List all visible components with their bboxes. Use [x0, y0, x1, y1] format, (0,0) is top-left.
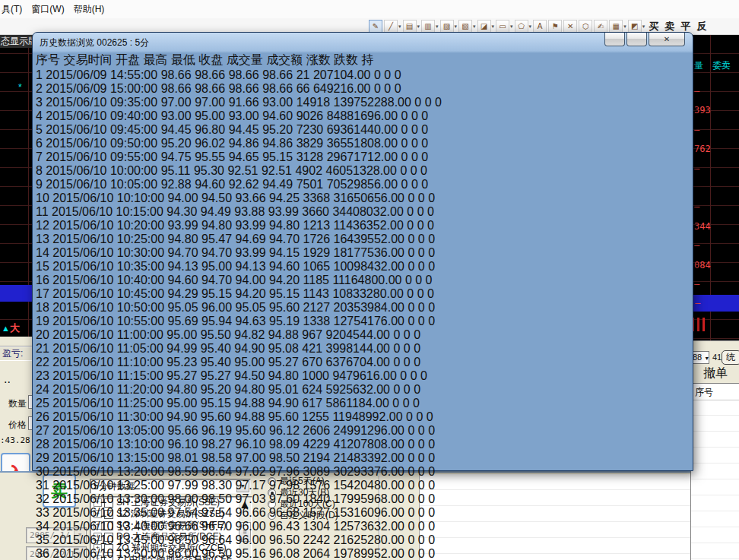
table-row[interactable]: 33 2015/06/10 13:35:00 97.54 97.54 96.66… — [36, 506, 690, 520]
table-row[interactable]: 31 2015/06/10 13:25:00 97.99 98.30 97.17… — [36, 479, 690, 492]
order-book-row[interactable]: 344 — [690, 217, 739, 236]
order-book-row[interactable]: 084 — [690, 256, 739, 275]
table-row[interactable]: 32 2015/06/10 13:30:00 98.00 98.50 97.03… — [36, 492, 690, 506]
dropdown-arrow-icon[interactable]: ▾ — [455, 24, 458, 30]
table-row[interactable]: 1 2015/06/09 14:55:00 98.66 98.66 98.66 … — [36, 68, 690, 82]
column-header[interactable]: 成交额 — [266, 53, 303, 66]
table-row[interactable]: 21 2015/06/10 11:05:00 94.99 95.40 94.90… — [36, 342, 690, 356]
column-header[interactable]: 交易时间 — [63, 53, 112, 66]
maximize-button[interactable] — [626, 33, 647, 46]
order-list-header[interactable]: 序号 — [691, 384, 739, 400]
table-row[interactable]: 29 2015/06/10 13:15:00 98.01 98.58 97.00… — [36, 451, 690, 465]
order-book-row[interactable]: — — [690, 82, 739, 101]
menu-item-help[interactable]: 帮助(H) — [72, 0, 113, 19]
buy-toolbar-button[interactable]: 买 — [649, 20, 658, 33]
close-window-button[interactable]: ✕ — [649, 33, 685, 46]
table-row[interactable]: 25 2015/06/10 11:25:00 95.00 95.15 94.88… — [36, 397, 690, 410]
table-row[interactable]: 24 2015/06/10 11:20:00 94.80 95.20 94.80… — [36, 383, 690, 397]
note-tool-icon[interactable]: ✍ — [594, 20, 607, 33]
dropdown-arrow-icon[interactable]: ▾ — [529, 24, 532, 30]
table-row[interactable]: 27 2015/06/10 13:05:00 95.66 96.19 95.60… — [36, 424, 690, 438]
table-row[interactable]: 16 2015/06/10 10:40:00 94.60 94.70 94.00… — [36, 274, 690, 287]
dropdown-arrow-icon[interactable]: ▾ — [642, 24, 645, 30]
shape-tool-icon[interactable]: ⬡ — [579, 20, 592, 33]
column-header[interactable]: 持 — [362, 53, 374, 66]
cancel-order-button[interactable]: 撤单 — [703, 365, 739, 381]
table-row[interactable]: 19 2015/06/10 10:55:00 95.69 95.94 94.63… — [36, 315, 690, 328]
menu-item-window[interactable]: 窗口(W) — [30, 0, 71, 19]
grid-tool-icon[interactable]: ✕ — [563, 20, 577, 33]
order-book-row[interactable]: — — [690, 275, 739, 294]
polygon-tool-icon[interactable]: ⬠ — [515, 20, 528, 33]
table-row[interactable]: 15 2015/06/10 10:35:00 94.13 95.00 94.13… — [36, 260, 690, 274]
table-row[interactable]: 5 2015/06/10 09:45:00 94.45 96.80 94.45 … — [36, 123, 690, 137]
table-row[interactable]: 14 2015/06/10 10:30:00 94.70 94.70 93.99… — [36, 246, 690, 260]
column-header[interactable]: 最低 — [171, 53, 195, 66]
rect-tool-icon[interactable]: ▭ — [496, 20, 509, 33]
shade-tool-icon[interactable]: ◪ — [477, 20, 491, 33]
table-row[interactable]: 22 2015/06/10 11:10:00 95.23 95.40 95.00… — [36, 356, 690, 369]
order-book-row[interactable]: — — [690, 236, 739, 255]
table-row[interactable]: 3 2015/06/10 09:35:00 97.00 97.00 91.66 … — [36, 96, 690, 109]
table-row[interactable]: 13 2015/06/10 10:25:00 94.80 95.47 94.69… — [36, 233, 690, 246]
columns-tool-icon[interactable]: ▥ — [421, 20, 435, 33]
column-header[interactable]: 成交量 — [227, 53, 263, 66]
menu-item-tools[interactable]: 具(T) — [0, 0, 30, 19]
dropdown-arrow-icon[interactable]: ▾ — [473, 24, 476, 30]
browse-button[interactable]: .. — [4, 372, 23, 387]
minimize-button[interactable] — [604, 33, 625, 46]
hatch-tool-icon[interactable]: ▨ — [440, 20, 454, 33]
flag-tool-icon[interactable]: ⚑ — [548, 20, 562, 33]
column-header[interactable]: 涨数 — [306, 53, 331, 66]
line-tool-icon[interactable]: ╱ — [384, 20, 398, 33]
palette-tool-icon[interactable]: ▦ — [609, 20, 623, 33]
table-row[interactable]: 34 2015/06/10 13:40:00 96.66 96.70 96.00… — [36, 520, 690, 533]
dialog-titlebar[interactable]: 历史数据浏览 002625 : 5分 ✕ — [33, 33, 693, 52]
table-row[interactable]: 36 2015/06/10 13:50:00 96.00 96.50 95.16… — [36, 547, 690, 560]
table-row[interactable]: 8 2015/06/10 10:00:00 95.11 95.30 92.51 … — [36, 164, 690, 178]
sell-toolbar-button[interactable]: 卖 — [664, 20, 674, 33]
list-tool-icon[interactable]: ▤ — [403, 20, 417, 33]
quote-selected-row[interactable] — [0, 285, 35, 302]
table-row[interactable]: 28 2015/06/10 13:10:00 96.10 98.27 96.10… — [36, 438, 690, 451]
lock-tool-icon[interactable]: ◩ — [628, 20, 642, 33]
table-row[interactable]: 12 2015/06/10 10:20:00 93.99 94.80 93.99… — [36, 219, 690, 233]
pencil-tool-icon[interactable]: ✎ — [369, 20, 382, 33]
dropdown-arrow-icon[interactable]: ▾ — [510, 24, 513, 30]
text-tool-icon[interactable]: A — [533, 20, 547, 33]
chart-tool-icon[interactable]: ▧ — [458, 20, 472, 33]
table-row[interactable]: 7 2015/06/10 09:55:00 94.75 95.55 94.65 … — [36, 150, 690, 164]
column-header[interactable]: 开盘 — [116, 53, 140, 66]
reverse-toolbar-button[interactable]: 反 — [696, 20, 706, 33]
dropdown-arrow-icon[interactable]: ▾ — [398, 24, 401, 30]
table-row[interactable]: 2 2015/06/09 15:00:00 98.66 98.66 98.66 … — [36, 82, 690, 96]
column-header[interactable]: 最高 — [143, 53, 167, 66]
table-row[interactable]: 11 2015/06/10 10:15:00 94.30 94.49 93.88… — [36, 205, 690, 219]
dropdown-arrow-icon[interactable]: ▾ — [436, 24, 439, 30]
table-row[interactable]: 23 2015/06/10 11:15:00 95.27 95.27 94.50… — [36, 369, 690, 383]
table-row[interactable]: 6 2015/06/10 09:50:00 95.20 96.02 94.86 … — [36, 137, 690, 150]
table-row[interactable]: 4 2015/06/10 09:40:00 93.00 95.00 93.00 … — [36, 109, 690, 123]
order-book-selected-row[interactable]: — — [690, 295, 739, 312]
table-row[interactable]: 18 2015/06/10 10:50:00 95.05 96.00 95.05… — [36, 301, 690, 315]
dropdown-arrow-icon[interactable]: ▾ — [492, 24, 495, 30]
table-row[interactable]: 26 2015/06/10 11:30:00 94.90 95.60 94.88… — [36, 410, 690, 424]
order-book-row[interactable]: — — [690, 121, 739, 140]
table-row[interactable]: 20 2015/06/10 11:00:00 95.00 95.50 94.82… — [36, 328, 690, 342]
order-book-row[interactable]: 393 — [690, 101, 739, 120]
dropdown-arrow-icon[interactable]: ▾ — [623, 24, 626, 30]
table-row[interactable]: 30 2015/06/10 13:20:00 98.59 98.64 97.02… — [36, 465, 690, 479]
order-book-row[interactable]: 762 — [690, 140, 739, 159]
table-row[interactable]: 10 2015/06/10 10:10:00 94.00 94.50 93.66… — [36, 191, 690, 205]
column-header[interactable]: 收盘 — [198, 53, 223, 66]
flat-toolbar-button[interactable]: 平 — [680, 20, 690, 33]
table-row[interactable]: 17 2015/06/10 10:45:00 94.29 95.15 94.20… — [36, 287, 690, 301]
order-book-row[interactable]: — — [690, 160, 739, 179]
column-header[interactable]: 跌数 — [334, 53, 358, 66]
order-book-row[interactable]: — — [690, 198, 739, 217]
table-row[interactable]: 35 2015/06/10 13:45:00 96.50 96.64 96.00… — [36, 533, 690, 547]
column-header[interactable]: 序号 — [36, 53, 60, 66]
stats-tab[interactable]: 统 — [722, 350, 739, 365]
dropdown-arrow-icon[interactable]: ▾ — [417, 24, 420, 30]
table-row[interactable]: 9 2015/06/10 10:05:00 92.88 94.60 92.62 … — [36, 178, 690, 191]
